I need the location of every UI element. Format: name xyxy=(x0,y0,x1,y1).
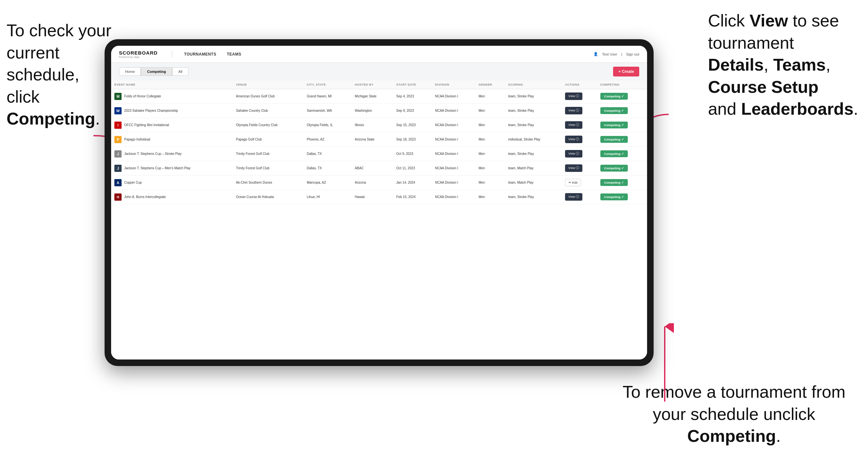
venue-cell: Papago Golf Club xyxy=(233,132,304,147)
city-state-cell: Lihue, HI xyxy=(304,190,352,204)
annotation-bottom-right: To remove a tournament from your schedul… xyxy=(620,381,848,447)
team-logo: J xyxy=(114,150,122,157)
gender-cell: Men xyxy=(475,161,504,176)
competing-cell: Competing ✓ xyxy=(597,132,647,147)
nav-divider xyxy=(172,51,172,58)
competing-button[interactable]: Competing ✓ xyxy=(600,122,628,128)
annotation-left-line2: current schedule, xyxy=(6,43,80,84)
view-button[interactable]: View ⓘ xyxy=(565,107,582,114)
table-row: J Jackson T. Stephens Cup – Stroke Play … xyxy=(111,147,647,161)
signout-link[interactable]: Sign out xyxy=(626,52,639,56)
start-date-cell: Sep 15, 2023 xyxy=(393,118,432,132)
view-button[interactable]: View ⓘ xyxy=(565,193,582,201)
competing-button[interactable]: Competing ✓ xyxy=(600,150,628,157)
tab-group: Home Competing All xyxy=(119,67,189,76)
event-name: 2023 Sahalee Players Championship xyxy=(124,109,178,113)
nav-teams[interactable]: TEAMS xyxy=(227,52,242,57)
actions-cell: View ⓘ xyxy=(562,161,597,176)
view-button[interactable]: View ⓘ xyxy=(565,121,582,129)
city-state-cell: Dallas, TX xyxy=(304,161,352,176)
competing-cell: Competing ✓ xyxy=(597,161,647,176)
hosted-by-cell: Arizona State xyxy=(352,132,393,147)
create-button[interactable]: + Create xyxy=(613,67,639,76)
nav-tournaments[interactable]: TOURNAMENTS xyxy=(184,52,216,57)
view-button[interactable]: View ⓘ xyxy=(565,150,582,157)
competing-button[interactable]: Competing ✓ xyxy=(600,165,628,172)
hosted-by-cell xyxy=(352,147,393,161)
start-date-cell: Sep 18, 2023 xyxy=(393,132,432,147)
scoring-cell: team, Match Play xyxy=(505,161,562,176)
team-logo: A xyxy=(114,179,122,186)
nav-right: 👤 Test User | Sign out xyxy=(593,52,639,56)
col-city-state: CITY, STATE xyxy=(304,81,352,89)
gender-cell: Men xyxy=(475,176,504,190)
team-logo: H xyxy=(114,193,122,201)
gender-cell: Men xyxy=(475,118,504,132)
start-date-cell: Oct 9, 2023 xyxy=(393,147,432,161)
competing-button[interactable]: Competing ✓ xyxy=(600,179,628,186)
logo-main: SCOREBOARD xyxy=(119,50,157,56)
annotation-right-leaderboards: Leaderboards xyxy=(741,99,854,118)
edit-button[interactable]: ✏ Edit xyxy=(565,179,581,186)
tablet-screen: SCOREBOARD Powered by clippi TOURNAMENTS… xyxy=(111,46,647,360)
actions-cell: View ⓘ xyxy=(562,103,597,118)
annotation-left-line3: click Competing. xyxy=(6,87,100,128)
annotation-right-line1: Click View to see xyxy=(708,11,839,30)
tournaments-table: EVENT NAME VENUE CITY, STATE HOSTED BY S… xyxy=(111,81,647,204)
tab-home[interactable]: Home xyxy=(119,67,141,76)
actions-cell: View ⓘ xyxy=(562,132,597,147)
venue-cell: Ocean Course At Hokuala xyxy=(233,190,304,204)
annotation-right-line2: tournament xyxy=(708,33,794,52)
competing-button[interactable]: Competing ✓ xyxy=(600,107,628,114)
gender-cell: Men xyxy=(475,190,504,204)
hosted-by-cell: ABAC xyxy=(352,161,393,176)
actions-cell: View ⓘ xyxy=(562,147,597,161)
tab-competing[interactable]: Competing xyxy=(141,67,172,76)
city-state-cell: Grand Haven, MI xyxy=(304,89,352,103)
start-date-cell: Jan 14, 2024 xyxy=(393,176,432,190)
col-division: DIVISION xyxy=(432,81,475,89)
col-venue: VENUE xyxy=(233,81,304,89)
hosted-by-cell: Michigan State xyxy=(352,89,393,103)
annotation-left-line1: To check your xyxy=(6,21,112,40)
logo-sub: Powered by clippi xyxy=(119,56,157,59)
venue-cell: American Dunes Golf Club xyxy=(233,89,304,103)
event-name-cell: H John A. Burns Intercollegiate xyxy=(111,190,233,204)
competing-button[interactable]: Competing ✓ xyxy=(600,136,628,143)
competing-cell: Competing ✓ xyxy=(597,118,647,132)
event-name-cell: A Copper Cup xyxy=(111,176,233,190)
actions-cell: View ⓘ xyxy=(562,190,597,204)
col-actions: ACTIONS xyxy=(562,81,597,89)
competing-button[interactable]: Competing ✓ xyxy=(600,193,628,200)
gender-cell: Men xyxy=(475,132,504,147)
competing-cell: Competing ✓ xyxy=(597,103,647,118)
table-row: P Papago Individual Papago Golf ClubPhoe… xyxy=(111,132,647,147)
event-name-cell: W 2023 Sahalee Players Championship xyxy=(111,103,233,118)
competing-button[interactable]: Competing ✓ xyxy=(600,93,628,100)
venue-cell: Sahalee Country Club xyxy=(233,103,304,118)
view-button[interactable]: View ⓘ xyxy=(565,136,582,143)
navbar: SCOREBOARD Powered by clippi TOURNAMENTS… xyxy=(111,46,647,63)
col-start-date: START DATE xyxy=(393,81,432,89)
tab-all[interactable]: All xyxy=(172,67,189,76)
city-state-cell: Maricopa, AZ xyxy=(304,176,352,190)
view-button[interactable]: View ⓘ xyxy=(565,92,582,100)
table-container: EVENT NAME VENUE CITY, STATE HOSTED BY S… xyxy=(111,81,647,360)
view-button[interactable]: View ⓘ xyxy=(565,164,582,172)
annotation-right-coursesetup: Course Setup xyxy=(708,77,818,96)
scoreboard-logo: SCOREBOARD Powered by clippi xyxy=(119,50,157,59)
start-date-cell: Sep 9, 2023 xyxy=(393,103,432,118)
division-cell: NCAA Division I xyxy=(432,89,475,103)
city-state-cell: Olympia Fields, IL xyxy=(304,118,352,132)
scoring-cell: team, Stroke Play xyxy=(505,190,562,204)
competing-cell: Competing ✓ xyxy=(597,190,647,204)
event-name: Folds of Honor Collegiate xyxy=(124,94,161,98)
scoring-cell: individual, Stroke Play xyxy=(505,132,562,147)
city-state-cell: Sammamish, WA xyxy=(304,103,352,118)
venue-cell: Trinity Forest Golf Club xyxy=(233,161,304,176)
scoring-cell: team, Stroke Play xyxy=(505,103,562,118)
division-cell: NCAA Division I xyxy=(432,118,475,132)
start-date-cell: Sep 4, 2023 xyxy=(393,89,432,103)
team-logo: P xyxy=(114,136,122,143)
actions-cell: View ⓘ xyxy=(562,118,597,132)
